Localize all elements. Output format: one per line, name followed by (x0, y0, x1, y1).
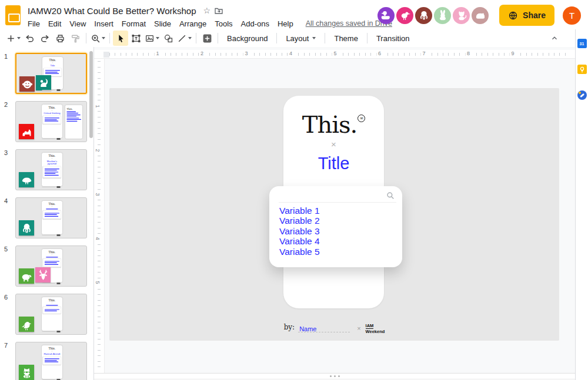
menu-arrange[interactable]: Arrange (175, 18, 211, 29)
keep-icon[interactable] (577, 65, 587, 74)
ruler-ticks (109, 53, 569, 56)
ruler-h-number: 3 (243, 51, 249, 56)
camel-icon (19, 124, 34, 139)
variable-item-5[interactable]: Variable 5 (279, 247, 320, 257)
collaborator-avatar-duck[interactable] (377, 7, 395, 24)
hide-menus-button[interactable] (550, 34, 559, 42)
collaborator-avatar-octopus[interactable] (415, 7, 432, 24)
ruler-h-number: 5 (332, 51, 338, 56)
speaker-notes-resize-handle[interactable] (94, 373, 575, 379)
slide-canvas[interactable]: This.∞ × Title Variable 1Variable 2Varia… (109, 88, 559, 341)
menu-edit[interactable]: Edit (44, 18, 65, 29)
variables-card[interactable]: Variable 1Variable 2Variable 3Variable 4… (269, 186, 402, 267)
text-box-button[interactable] (128, 31, 143, 46)
slide-title-textbox[interactable]: Title (283, 154, 384, 173)
star-outline-icon[interactable]: ☆ (203, 6, 211, 15)
chevron-down-icon (188, 37, 192, 39)
slide-thumbnail-1[interactable]: This.×Title (15, 53, 87, 94)
ruler-h-number: 1 (154, 51, 161, 56)
horizontal-ruler[interactable]: 123456789 (94, 50, 575, 59)
antelope-icon (35, 267, 51, 283)
ruler-h-number: 6 (376, 51, 383, 56)
menu-slide[interactable]: Slide (150, 18, 175, 29)
insert-image-button[interactable] (143, 31, 161, 46)
undo-button[interactable] (22, 31, 37, 46)
brand-mark-icon: ∞ (358, 115, 365, 122)
ruler-v-number: 2 (94, 149, 102, 152)
toolbar: Background Layout Theme Transition (0, 29, 575, 47)
insert-shape-button[interactable] (161, 31, 176, 46)
slide-thumbnail-6[interactable]: This.× (15, 294, 87, 335)
slides-app-logo-icon[interactable] (5, 5, 21, 25)
menu-addons[interactable]: Add-ons (237, 18, 273, 29)
document-title[interactable]: IAMW20 What Could Be Better? Workshop (28, 6, 196, 16)
byline-separator-x: × (357, 325, 360, 332)
menu-help[interactable]: Help (273, 18, 298, 29)
brand-text: This. (302, 111, 357, 138)
mini-slide-title: Maslow's pyramid (42, 159, 62, 165)
filmstrip-scrollbar[interactable] (89, 51, 93, 138)
layout-label: Layout (286, 34, 309, 43)
print-button[interactable] (52, 31, 68, 46)
menu-tools[interactable]: Tools (211, 18, 236, 29)
folder-move-icon[interactable] (214, 6, 223, 15)
calendar-icon[interactable]: 31 (577, 39, 587, 48)
menu-file[interactable]: File (24, 18, 44, 29)
separator-x: × (283, 139, 384, 149)
slide-thumbnail-2[interactable]: This.×Critical thinkingThis. (15, 101, 87, 142)
toolbar-divider (196, 33, 196, 43)
transition-button[interactable]: Transition (370, 32, 416, 45)
search-icon (386, 191, 395, 202)
ruler-v-number: 5 (94, 281, 102, 284)
variable-item-4[interactable]: Variable 4 (279, 236, 320, 246)
vertical-ruler[interactable]: 12345 (94, 59, 105, 373)
insert-placeholder-button[interactable] (199, 31, 215, 46)
variable-item-2[interactable]: Variable 2 (279, 216, 320, 226)
ruler-v-number: 4 (94, 237, 102, 240)
background-button[interactable]: Background (221, 32, 273, 45)
collaborator-avatar-cat[interactable] (453, 7, 470, 24)
insert-line-button[interactable] (176, 31, 193, 46)
paint-format-button[interactable] (68, 31, 83, 46)
squirrel-icon (36, 75, 51, 90)
ruler-h-number: 4 (288, 51, 294, 56)
slide-thumbnail-7[interactable]: This.×Hannah Arendt (15, 342, 87, 380)
chevron-down-icon (156, 37, 159, 39)
slide-filmstrip: 1This.×Title2This.×Critical thinkingThis… (0, 47, 94, 380)
slide-thumbnail-4[interactable]: This.× (15, 197, 87, 238)
menu-format[interactable]: Format (118, 18, 150, 29)
layout-button[interactable]: Layout (280, 32, 322, 45)
share-button[interactable]: Share (499, 5, 554, 26)
brand-logo-text[interactable]: This.∞ (283, 111, 384, 138)
select-tool-button[interactable] (113, 31, 128, 46)
mini-slide-title: Critical thinking (42, 111, 62, 114)
variable-item-1[interactable]: Variable 1 (279, 206, 320, 216)
mini-card: This.× (42, 297, 62, 331)
toolbar-divider (218, 33, 218, 43)
chevron-down-icon (102, 37, 105, 39)
menu-bar: FileEditViewInsertFormatSlideArrangeTool… (24, 17, 392, 30)
slide-number: 4 (4, 196, 14, 240)
google-side-panel: 31 (575, 29, 588, 380)
variable-item-3[interactable]: Variable 3 (279, 226, 320, 236)
workspace: 12345 This.∞ × Title Variable 1 (94, 59, 575, 373)
collaborator-avatar-kiwi[interactable] (396, 7, 413, 24)
menu-insert[interactable]: Insert (90, 18, 118, 29)
slide-row-2: 2This.×Critical thinkingThis. (0, 100, 93, 143)
byline-name-field[interactable]: Name (298, 323, 350, 332)
new-slide-button[interactable] (5, 31, 22, 46)
slide-number: 7 (4, 341, 14, 380)
collaborator-avatar-capybara[interactable] (472, 7, 489, 24)
account-avatar[interactable]: T (563, 6, 581, 25)
theme-button[interactable]: Theme (328, 32, 363, 45)
bird-icon (19, 317, 34, 332)
mini-card: This.× (42, 201, 62, 234)
tasks-icon[interactable] (577, 90, 587, 100)
redo-button[interactable] (37, 31, 52, 46)
slide-row-4: 4This.× (0, 196, 93, 240)
slide-thumbnail-3[interactable]: This.×Maslow's pyramid (15, 149, 87, 190)
zoom-button[interactable] (89, 31, 106, 46)
slide-thumbnail-5[interactable]: This.× (15, 246, 87, 287)
collaborator-avatar-rabbit[interactable] (434, 7, 451, 24)
menu-view[interactable]: View (65, 18, 90, 29)
